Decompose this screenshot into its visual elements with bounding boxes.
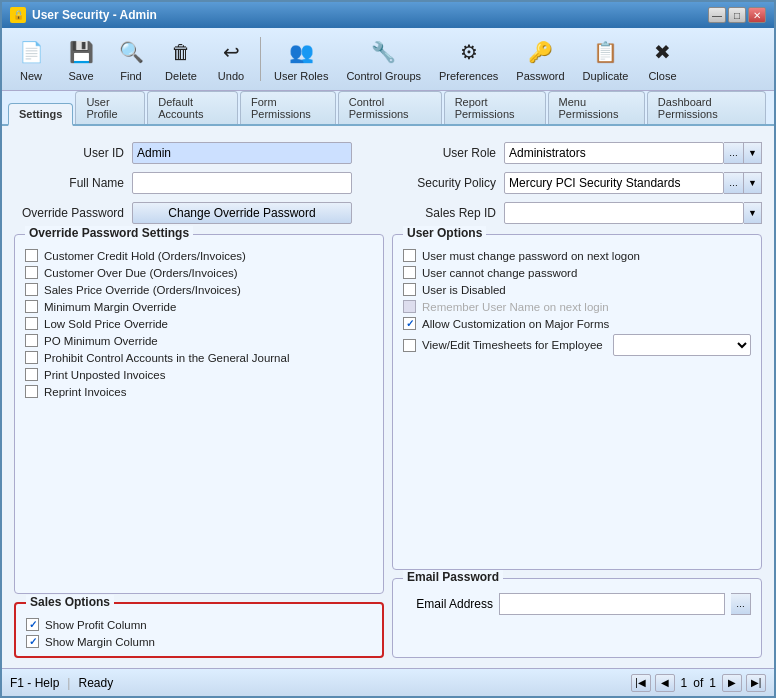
new-icon: 📄	[15, 36, 47, 68]
close-icon: ✖	[646, 36, 678, 68]
timesheets-employee-select[interactable]	[613, 334, 751, 356]
show-margin-column-row: Show Margin Column	[26, 635, 372, 648]
full-name-row: Full Name	[14, 172, 380, 194]
allow-customization-checkbox[interactable]	[403, 317, 416, 330]
close-window-button[interactable]: ✕	[748, 7, 766, 23]
tab-settings[interactable]: Settings	[8, 103, 73, 126]
password-label: Password	[516, 70, 564, 82]
tab-user-profile[interactable]: User Profile	[75, 91, 145, 124]
window-title: User Security - Admin	[32, 8, 157, 22]
prev-record-btn[interactable]: ◀	[655, 674, 675, 692]
reprint-invoices-row: Reprint Invoices	[25, 385, 373, 398]
user-roles-label: User Roles	[274, 70, 328, 82]
change-override-password-button[interactable]: Change Override Password	[132, 202, 352, 224]
reprint-invoices-checkbox[interactable]	[25, 385, 38, 398]
tab-dashboard-permissions[interactable]: Dashboard Permissions	[647, 91, 766, 124]
sales-price-override-label: Sales Price Override (Orders/Invoices)	[44, 284, 241, 296]
status-bar: F1 - Help | Ready |◀ ◀ 1 of 1 ▶ ▶|	[2, 668, 774, 696]
toolbar: 📄 New 💾 Save 🔍 Find 🗑 Delete ↩ Undo 👥 Us…	[2, 28, 774, 91]
tab-control-permissions[interactable]: Control Permissions	[338, 91, 442, 124]
tab-menu-permissions[interactable]: Menu Permissions	[548, 91, 645, 124]
save-icon: 💾	[65, 36, 97, 68]
low-sold-price-override-checkbox[interactable]	[25, 317, 38, 330]
prohibit-control-accounts-checkbox[interactable]	[25, 351, 38, 364]
next-record-btn[interactable]: ▶	[722, 674, 742, 692]
override-password-label: Override Password	[14, 206, 124, 220]
customer-over-due-checkbox[interactable]	[25, 266, 38, 279]
email-password-group: Email Password Email Address …	[392, 578, 762, 658]
user-role-dropdown-btn[interactable]: ▼	[744, 142, 762, 164]
view-edit-timesheets-row: View/Edit Timesheets for Employee	[403, 334, 751, 356]
title-bar-buttons: — □ ✕	[708, 7, 766, 23]
low-sold-price-override-label: Low Sold Price Override	[44, 318, 168, 330]
po-minimum-override-checkbox[interactable]	[25, 334, 38, 347]
user-role-input[interactable]	[504, 142, 724, 164]
user-options-title: User Options	[403, 226, 486, 240]
control-groups-icon: 🔧	[368, 36, 400, 68]
full-name-input[interactable]	[132, 172, 352, 194]
cannot-change-password-checkbox[interactable]	[403, 266, 416, 279]
tab-default-accounts[interactable]: Default Accounts	[147, 91, 238, 124]
remember-username-checkbox[interactable]	[403, 300, 416, 313]
view-edit-timesheets-checkbox[interactable]	[403, 339, 416, 352]
po-minimum-override-label: PO Minimum Override	[44, 335, 158, 347]
sales-options-title: Sales Options	[26, 595, 114, 609]
first-record-btn[interactable]: |◀	[631, 674, 651, 692]
title-bar-left: 🔒 User Security - Admin	[10, 7, 157, 23]
sales-rep-id-input[interactable]	[504, 202, 744, 224]
customer-credit-hold-checkbox[interactable]	[25, 249, 38, 262]
remember-username-row: Remember User Name on next login	[403, 300, 751, 313]
user-disabled-checkbox[interactable]	[403, 283, 416, 296]
undo-button[interactable]: ↩ Undo	[208, 32, 254, 86]
prohibit-control-accounts-label: Prohibit Control Accounts in the General…	[44, 352, 289, 364]
tab-report-permissions[interactable]: Report Permissions	[444, 91, 546, 124]
duplicate-button[interactable]: 📋 Duplicate	[576, 32, 636, 86]
new-button[interactable]: 📄 New	[8, 32, 54, 86]
security-policy-dropdown-btn[interactable]: ▼	[744, 172, 762, 194]
user-id-row: User ID	[14, 142, 380, 164]
user-disabled-label: User is Disabled	[422, 284, 506, 296]
content-area: User ID Full Name Override Password Chan…	[2, 126, 774, 668]
preferences-button[interactable]: ⚙ Preferences	[432, 32, 505, 86]
must-change-password-checkbox[interactable]	[403, 249, 416, 262]
security-policy-browse-btn[interactable]: …	[724, 172, 744, 194]
tab-form-permissions[interactable]: Form Permissions	[240, 91, 336, 124]
full-name-label: Full Name	[14, 176, 124, 190]
right-panel: User Options User must change password o…	[392, 234, 762, 658]
view-edit-timesheets-label: View/Edit Timesheets for Employee	[422, 339, 603, 351]
sales-price-override-row: Sales Price Override (Orders/Invoices)	[25, 283, 373, 296]
delete-icon: 🗑	[165, 36, 197, 68]
security-policy-input[interactable]	[504, 172, 724, 194]
sales-rep-id-label: Sales Rep ID	[396, 206, 496, 220]
find-button[interactable]: 🔍 Find	[108, 32, 154, 86]
email-address-input[interactable]	[499, 593, 725, 615]
close-button[interactable]: ✖ Close	[639, 32, 685, 86]
email-address-browse-btn[interactable]: …	[731, 593, 751, 615]
left-panel: Override Password Settings Customer Cred…	[14, 234, 384, 658]
customer-credit-hold-label: Customer Credit Hold (Orders/Invoices)	[44, 250, 246, 262]
status-right: |◀ ◀ 1 of 1 ▶ ▶|	[631, 674, 766, 692]
user-id-input[interactable]	[132, 142, 352, 164]
password-button[interactable]: 🔑 Password	[509, 32, 571, 86]
show-profit-column-checkbox[interactable]	[26, 618, 39, 631]
print-unposted-invoices-checkbox[interactable]	[25, 368, 38, 381]
show-margin-column-checkbox[interactable]	[26, 635, 39, 648]
sales-rep-dropdown-btn[interactable]: ▼	[744, 202, 762, 224]
delete-button[interactable]: 🗑 Delete	[158, 32, 204, 86]
control-groups-button[interactable]: 🔧 Control Groups	[339, 32, 428, 86]
user-options-content: User must change password on next logon …	[403, 249, 751, 356]
email-password-title: Email Password	[403, 570, 503, 584]
minimize-button[interactable]: —	[708, 7, 726, 23]
maximize-button[interactable]: □	[728, 7, 746, 23]
minimum-margin-override-checkbox[interactable]	[25, 300, 38, 313]
user-roles-button[interactable]: 👥 User Roles	[267, 32, 335, 86]
sales-price-override-checkbox[interactable]	[25, 283, 38, 296]
save-button[interactable]: 💾 Save	[58, 32, 104, 86]
sales-options-content: Show Profit Column Show Margin Column	[26, 618, 372, 648]
user-role-browse-btn[interactable]: …	[724, 142, 744, 164]
tabs-bar: Settings User Profile Default Accounts F…	[2, 91, 774, 126]
of-text: of	[693, 676, 703, 690]
new-label: New	[20, 70, 42, 82]
user-disabled-row: User is Disabled	[403, 283, 751, 296]
last-record-btn[interactable]: ▶|	[746, 674, 766, 692]
